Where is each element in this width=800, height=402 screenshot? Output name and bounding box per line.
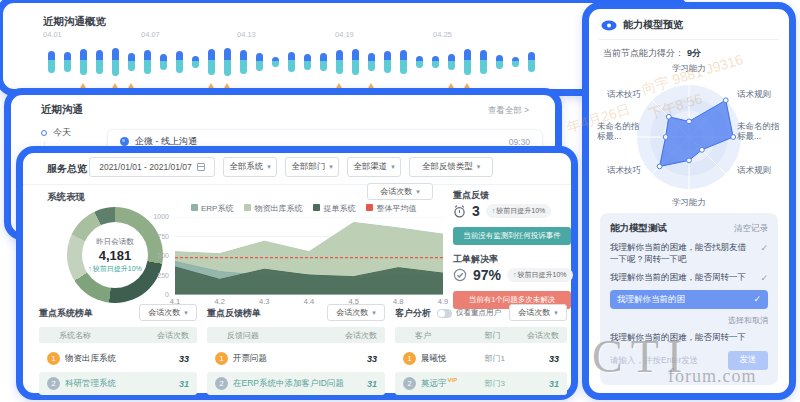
donut-trend: 较前日提升10% <box>88 264 142 274</box>
check-icon <box>753 293 761 306</box>
table-row[interactable]: 1物资出库系统33 <box>39 347 197 370</box>
chart-metric-dropdown[interactable]: 会话次数 <box>367 183 433 200</box>
radar-label-e: 未命名的指标最... <box>737 121 781 141</box>
bubble <box>459 42 475 82</box>
ticket-trend-badge: 较前日提升10% <box>507 268 573 282</box>
legend-item[interactable]: 物资出库系统 <box>244 203 302 214</box>
message-item-selected[interactable]: 我理解你当前的困 <box>610 290 768 309</box>
donut-center-value: 4,181 <box>99 248 132 263</box>
donut-center-label: 昨日会话数 <box>96 237 134 247</box>
rank-badge: 1 <box>215 352 228 365</box>
row-name: 莫远宇VIP <box>421 377 457 390</box>
row-value: 31 <box>549 379 559 389</box>
radar-label-se: 话术规则 <box>737 165 771 175</box>
radar-label-s: 学习能力 <box>599 197 779 207</box>
bubble <box>267 42 283 82</box>
bubble <box>331 42 347 82</box>
y-tick: 1000 <box>153 213 169 220</box>
y-tick: 750 <box>157 233 169 240</box>
bubble <box>507 42 523 82</box>
date-range-picker[interactable]: 2021/01/01 - 2021/01/07 <box>89 157 215 177</box>
table-sort-dropdown[interactable]: 会话次数 <box>327 304 385 321</box>
col-header: 部门 <box>484 330 500 341</box>
row-dept: 部门1 <box>484 353 504 364</box>
divider <box>23 184 571 185</box>
row-name: 在ERP系统中添加客户ID问题 <box>233 378 344 390</box>
row-value: 33 <box>179 354 189 364</box>
bubble <box>475 42 491 82</box>
rank-badge: 1 <box>403 352 416 365</box>
check-circle-icon <box>453 268 467 282</box>
score-value: 9分 <box>687 48 701 58</box>
rank-badge: 2 <box>47 377 60 390</box>
message-text: 我理解你当前的困难，能否找朋友借一下呢？周转一下吧 <box>610 242 754 266</box>
clear-records-link[interactable]: 清空记录 <box>734 223 768 235</box>
send-button[interactable]: 发送 <box>728 351 768 370</box>
table-row[interactable]: 2科研管理系统31 <box>39 372 197 395</box>
date-label: 04.19 <box>335 30 354 39</box>
feedback-banner: 当前没有监测到任何投诉事件 <box>453 227 571 245</box>
bubble <box>347 42 363 82</box>
table-row[interactable]: 2莫远宇VIP部门331 <box>395 372 567 395</box>
date-range-value: 2021/01/01 - 2021/01/07 <box>99 162 192 172</box>
bubble <box>91 42 107 82</box>
table-sort-dropdown[interactable]: 会话次数 <box>509 304 567 321</box>
y-tick: 0 <box>165 291 169 298</box>
timeline-today: 今天 <box>41 126 71 139</box>
key-users-toggle[interactable] <box>437 309 452 318</box>
row-dept: 部门3 <box>484 378 504 389</box>
message-item[interactable]: 我理解你当前的困难，能否周转一下 <box>610 272 768 285</box>
wecom-icon <box>120 137 129 146</box>
score-label: 当前节点能力得分： <box>603 48 684 58</box>
bubble <box>411 42 427 82</box>
feedback-count: 3 <box>472 203 480 219</box>
date-label: 04.25 <box>433 30 452 39</box>
table-row[interactable]: 1晨曦悦部门133 <box>395 347 567 370</box>
col-header: 客户 <box>403 330 431 341</box>
bubble <box>75 42 91 82</box>
filter-feedback-type[interactable]: 全部反馈类型 <box>409 157 493 177</box>
today-label: 今天 <box>53 126 71 139</box>
radar-label-nw: 话术技巧 <box>607 89 641 99</box>
filter-channel[interactable]: 全部渠道 <box>347 157 401 177</box>
panel-service-overview: 服务总览 2021/01/01 - 2021/01/07 全部系统 全部部门 全… <box>16 146 578 400</box>
check-icon <box>760 272 768 285</box>
chat-input[interactable] <box>610 355 728 365</box>
filter-system[interactable]: 全部系统 <box>223 157 277 177</box>
table-title: 客户分析 <box>395 307 431 320</box>
table-sort-dropdown[interactable]: 会话次数 <box>139 304 197 321</box>
bubble <box>43 42 59 82</box>
legend-item[interactable]: 整体平均值 <box>366 203 416 214</box>
eye-icon <box>601 20 617 31</box>
rank-badge: 2 <box>403 377 416 390</box>
legend-item[interactable]: 提单系统 <box>313 203 355 214</box>
col-header: 会话次数 <box>157 330 189 341</box>
timeline-dot-icon <box>41 130 47 136</box>
service-title: 服务总览 <box>47 162 87 176</box>
bubble <box>491 42 507 82</box>
ability-title: 能力模型预览 <box>623 18 683 32</box>
row-value: 31 <box>367 379 377 389</box>
select-cancel-action[interactable]: 选择和取消 <box>610 315 768 326</box>
view-all-link[interactable]: 查看全部 > <box>488 105 529 117</box>
recent-title: 近期沟通 <box>41 103 83 117</box>
bubble <box>203 42 219 82</box>
message-text: 我理解你当前的困难，能否周转一下 <box>610 332 768 344</box>
area-chart <box>175 217 443 295</box>
calendar-icon <box>197 163 205 171</box>
alarm-icon <box>453 204 466 218</box>
row-name: 物资出库系统 <box>65 353 116 365</box>
check-icon <box>760 242 768 255</box>
table-row[interactable]: 1开票问题33 <box>207 347 385 370</box>
filter-department[interactable]: 全部部门 <box>285 157 339 177</box>
table-row[interactable]: 2在ERP系统中添加客户ID问题31 <box>207 372 385 395</box>
test-title: 能力模型测试 <box>610 222 667 235</box>
legend-item[interactable]: ERP系统 <box>191 203 233 214</box>
bubble <box>379 42 395 82</box>
message-item[interactable]: 我理解你当前的困难，能否找朋友借一下呢？周转一下吧 <box>610 242 768 266</box>
message-text: 我理解你当前的困 <box>617 294 747 306</box>
bubble <box>107 42 123 82</box>
panel-ability-model: 能力模型预览 当前节点能力得分：9分 学习能力 话术规则 未命名的指标最... … <box>582 2 796 400</box>
message-item[interactable]: 我理解你当前的困难，能否周转一下 <box>610 332 768 344</box>
bubble <box>155 42 171 82</box>
